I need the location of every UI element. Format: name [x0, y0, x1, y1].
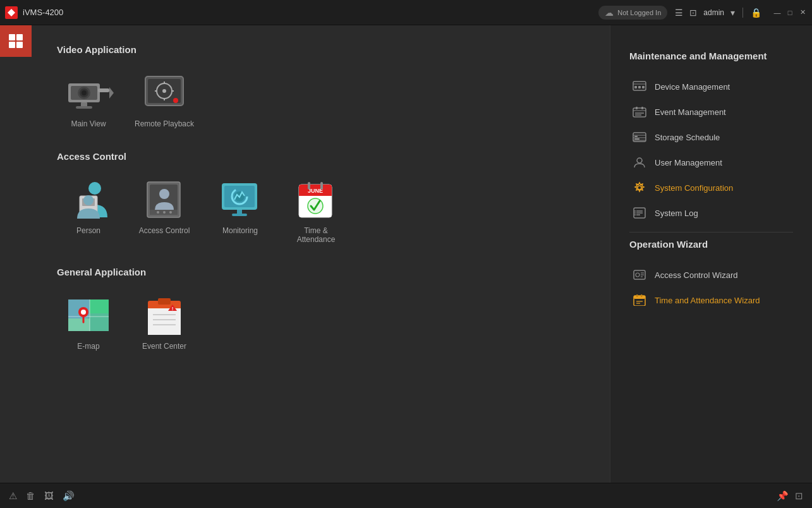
svg-rect-77: [634, 138, 639, 140]
system-configuration-label: System Configuration: [655, 183, 733, 193]
main-content: Video Application: [32, 25, 812, 483]
cloud-status[interactable]: ☁ Not Logged In: [598, 6, 667, 20]
expand-icon[interactable]: ⊡: [795, 490, 803, 502]
svg-point-5: [82, 90, 87, 95]
person-icon-box: [63, 177, 114, 221]
app-logo: [5, 6, 18, 19]
maximize-button[interactable]: □: [785, 8, 794, 17]
home-button[interactable]: [0, 25, 32, 57]
svg-rect-64: [638, 86, 641, 88]
titlebar-left: iVMS-4200: [5, 6, 63, 19]
svg-rect-55: [158, 298, 171, 305]
monitor-icon[interactable]: ⊡: [689, 8, 697, 18]
svg-point-22: [83, 195, 94, 205]
svg-rect-54: [148, 308, 181, 335]
volume-icon[interactable]: 🔊: [63, 490, 75, 502]
person-label: Person: [76, 226, 100, 235]
remote-playback-label: Remote Playback: [135, 119, 194, 128]
svg-marker-7: [109, 87, 114, 99]
video-application-title: Video Application: [57, 44, 585, 55]
access-control-item[interactable]: Access Control: [133, 177, 196, 244]
lock-icon[interactable]: 🔒: [751, 8, 761, 18]
svg-point-78: [637, 158, 642, 163]
emap-item[interactable]: E-map: [57, 293, 120, 351]
system-log-item[interactable]: System Log: [629, 200, 793, 226]
statusbar: ⚠ 🗑 🖼 🔊 📌 ⊡: [0, 483, 812, 508]
monitoring-item[interactable]: Monitoring: [209, 177, 272, 244]
svg-marker-47: [90, 313, 109, 331]
event-management-item[interactable]: Event Management: [629, 99, 793, 124]
general-application-grid: E-map: [57, 293, 585, 351]
emap-svg-icon: [66, 294, 111, 335]
remote-playback-item[interactable]: Remote Playback: [133, 70, 196, 128]
titlebar-right: ☁ Not Logged In ☰ ⊡ admin ▾ 🔒 — □ ✕: [598, 6, 807, 20]
general-application-title: General Application: [57, 267, 585, 277]
access-control-wizard-label: Access Control Wizard: [655, 270, 737, 280]
device-management-item[interactable]: Device Management: [629, 74, 793, 99]
time-attendance-wizard-label: Time and Attendance Wizard: [655, 296, 760, 305]
svg-point-84: [634, 210, 636, 212]
svg-rect-65: [642, 86, 645, 88]
time-attendance-icon-box: JUNE: [291, 177, 341, 221]
storage-schedule-label: Storage Schedule: [655, 133, 720, 142]
access-control-svg-icon: [142, 178, 186, 220]
user-management-item[interactable]: User Management: [629, 150, 793, 175]
svg-point-13: [162, 89, 166, 93]
person-item[interactable]: Person: [57, 177, 120, 244]
system-configuration-item[interactable]: System Configuration: [629, 175, 793, 200]
event-management-icon: [632, 106, 647, 118]
access-control-grid: Person: [57, 177, 585, 244]
svg-rect-94: [636, 294, 638, 297]
svg-text:!: !: [172, 306, 174, 311]
monitoring-label: Monitoring: [222, 226, 258, 235]
device-management-icon: [632, 80, 647, 93]
storage-schedule-item[interactable]: Storage Schedule: [629, 124, 793, 150]
warning-icon[interactable]: ⚠: [9, 490, 17, 502]
cloud-status-label: Not Logged In: [617, 9, 661, 16]
user-management-icon: [632, 156, 647, 169]
main-view-item[interactable]: Main View: [57, 70, 120, 128]
svg-rect-93: [634, 296, 645, 299]
close-button[interactable]: ✕: [798, 8, 807, 17]
svg-marker-45: [90, 299, 109, 313]
video-application-grid: Main View: [57, 70, 585, 128]
titlebar-icons: ☰ ⊡ admin ▾: [675, 8, 735, 18]
titlebar: iVMS-4200 ☁ Not Logged In ☰ ⊡ admin ▾ 🔒 …: [0, 0, 812, 25]
operation-wizard-title: Operation Wizard: [629, 239, 793, 250]
cloud-icon: ☁: [605, 8, 614, 18]
chevron-down-icon[interactable]: ▾: [730, 8, 735, 18]
access-control-label: Access Control: [139, 226, 190, 235]
menu-icon[interactable]: ☰: [675, 8, 683, 18]
grid-icon: [9, 34, 23, 48]
trash-icon[interactable]: 🗑: [26, 490, 35, 501]
person-svg-icon: [64, 178, 112, 220]
maintenance-title: Maintenance and Management: [629, 51, 793, 61]
remote-playback-icon-box: [139, 70, 190, 114]
svg-marker-0: [8, 9, 15, 16]
emap-icon-box: [63, 293, 114, 337]
svg-point-86: [634, 214, 636, 215]
time-attendance-wizard-item[interactable]: Time and Attendance Wizard: [629, 287, 793, 313]
device-management-label: Device Management: [655, 82, 730, 92]
image-icon[interactable]: 🖼: [44, 490, 54, 501]
minimize-button[interactable]: —: [773, 8, 782, 17]
monitoring-icon-box: [215, 177, 265, 221]
system-log-icon: [632, 207, 647, 219]
pin-icon[interactable]: 📌: [777, 490, 789, 502]
access-control-icon-box: [139, 177, 190, 221]
event-center-icon-box: !: [139, 293, 190, 337]
access-control-wizard-item[interactable]: Access Control Wizard: [629, 262, 793, 287]
svg-rect-6: [98, 88, 109, 92]
svg-rect-95: [641, 294, 643, 297]
svg-point-27: [157, 211, 159, 214]
statusbar-left: ⚠ 🗑 🖼 🔊: [9, 490, 75, 502]
system-log-label: System Log: [655, 209, 698, 218]
statusbar-right: 📌 ⊡: [777, 490, 803, 502]
admin-label[interactable]: admin: [703, 8, 724, 17]
camera-svg-icon: [63, 75, 114, 110]
time-attendance-item[interactable]: JUNE Time & Attendance: [284, 177, 348, 244]
event-center-item[interactable]: ! Event Center: [133, 293, 196, 351]
left-panel: Video Application: [32, 25, 610, 483]
svg-rect-66: [633, 108, 646, 117]
access-control-title: Access Control: [57, 151, 585, 162]
